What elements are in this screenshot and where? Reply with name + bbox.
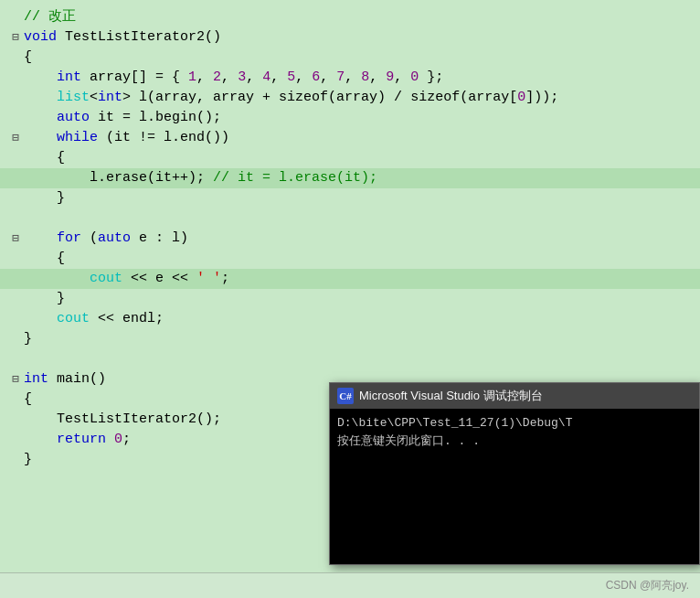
code-line-13: {: [0, 249, 700, 269]
code-content-18: [24, 349, 700, 369]
code-content-9: l.erase(it++); // it = l.erase(it);: [24, 168, 700, 188]
gutter-2: ⊟: [7, 27, 24, 48]
console-window: C# Microsoft Visual Studio 调试控制台 D:\bite…: [329, 382, 700, 565]
console-titlebar: C# Microsoft Visual Studio 调试控制台: [330, 383, 699, 409]
code-line-2: ⊟ void TestListIterator2(): [0, 27, 700, 48]
code-content-3: {: [24, 48, 700, 68]
code-content-1: // 改正: [24, 7, 700, 27]
code-content-7: while (it != l.end()): [24, 128, 700, 148]
fold-marker-7[interactable]: ⊟: [12, 128, 18, 148]
code-line-11: [0, 208, 700, 229]
console-body: D:\bite\CPP\Test_11_27(1)\Debug\T 按任意键关闭…: [330, 409, 699, 564]
code-line-14: cout << e << ' ';: [0, 269, 700, 289]
code-content-6: auto it = l.begin();: [24, 108, 700, 128]
code-line-4: int array[] = { 1, 2, 3, 4, 5, 6, 7, 8, …: [0, 68, 700, 88]
editor-area: // 改正 ⊟ void TestListIterator2() { int a…: [0, 0, 700, 598]
gutter-19: ⊟: [7, 369, 24, 390]
fold-marker-2[interactable]: ⊟: [12, 27, 18, 48]
code-line-8: {: [0, 148, 700, 168]
code-content-5: list<int> l(array, array + sizeof(array)…: [24, 88, 700, 108]
code-line-10: }: [0, 188, 700, 208]
code-content-8: {: [24, 148, 700, 168]
gutter-12: ⊟: [7, 229, 24, 249]
bottom-bar: CSDN @阿亮joy.: [0, 572, 700, 598]
code-content-11: [24, 208, 700, 229]
code-line-6: auto it = l.begin();: [0, 108, 700, 128]
code-line-16: cout << endl;: [0, 309, 700, 329]
code-line-3: {: [0, 48, 700, 68]
console-line-1: D:\bite\CPP\Test_11_27(1)\Debug\T: [337, 414, 692, 432]
console-line-2: 按任意键关闭此窗口. . .: [337, 432, 692, 451]
code-line-9: l.erase(it++); // it = l.erase(it);: [0, 168, 700, 188]
code-line-15: }: [0, 289, 700, 309]
code-line-1: // 改正: [0, 7, 700, 27]
code-content-4: int array[] = { 1, 2, 3, 4, 5, 6, 7, 8, …: [24, 68, 700, 88]
code-content-13: {: [24, 249, 700, 269]
gutter-7: ⊟: [7, 128, 24, 148]
code-content-2: void TestListIterator2(): [24, 27, 700, 48]
watermark-text: CSDN @阿亮joy.: [606, 578, 689, 593]
code-content-10: }: [24, 188, 700, 208]
code-line-17: }: [0, 329, 700, 349]
code-content-17: }: [24, 329, 700, 349]
code-content-15: }: [24, 289, 700, 309]
console-title: Microsoft Visual Studio 调试控制台: [359, 388, 692, 404]
code-line-7: ⊟ while (it != l.end()): [0, 128, 700, 148]
fold-marker-19[interactable]: ⊟: [12, 369, 18, 390]
code-content-12: for (auto e : l): [24, 229, 700, 249]
code-line-12: ⊟ for (auto e : l): [0, 229, 700, 249]
code-content-14: cout << e << ' ';: [24, 269, 700, 289]
code-content-16: cout << endl;: [24, 309, 700, 329]
code-line-5: list<int> l(array, array + sizeof(array)…: [0, 88, 700, 108]
console-app-icon: C#: [337, 388, 354, 404]
fold-marker-12[interactable]: ⊟: [12, 229, 18, 249]
code-line-18: [0, 349, 700, 369]
